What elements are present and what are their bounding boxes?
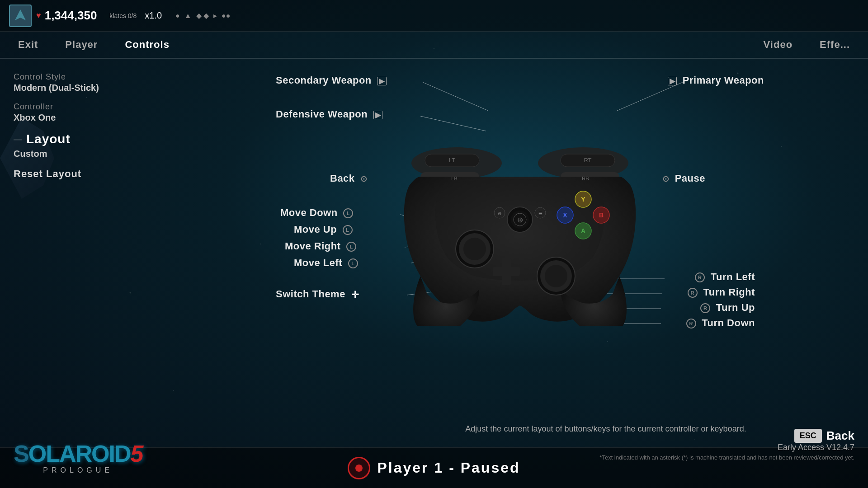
- version-info: Early Access V12.4.7 *Text indicated wit…: [599, 443, 854, 461]
- score-area: ♥ 1,344,350 klates 0/8 x1.0: [36, 9, 162, 23]
- label-secondary-weapon: Secondary Weapon ▶: [276, 75, 387, 86]
- label-switch-theme: Switch Theme ✛: [276, 288, 359, 300]
- dots-icon: ●●: [222, 12, 230, 20]
- esc-label: Back: [826, 429, 854, 443]
- nav-tab-player[interactable]: Player: [52, 34, 111, 55]
- game-logo: SOLAROID5 PROLOGUE: [14, 442, 142, 474]
- logo-sub: PROLOGUE: [14, 466, 142, 474]
- pause-indicator: [348, 457, 370, 479]
- layout-section: — Layout Custom: [14, 132, 158, 159]
- reset-layout-button[interactable]: Reset Layout: [14, 168, 158, 180]
- svg-text:⊖: ⊖: [498, 211, 501, 216]
- svg-text:B: B: [599, 211, 604, 219]
- heart-icon: ♥: [36, 11, 41, 20]
- label-move-up: Move Up L: [294, 224, 353, 235]
- svg-text:LT: LT: [449, 157, 455, 164]
- label-move-left: Move Left L: [294, 257, 358, 269]
- svg-line-3: [617, 82, 683, 111]
- control-style-value: Modern (Dual-Stick): [14, 83, 158, 93]
- svg-point-21: [463, 238, 486, 260]
- svg-line-1: [423, 82, 488, 111]
- layout-value: Custom: [14, 149, 158, 159]
- nav-tabs: Exit Player Controls Video Effe...: [0, 32, 868, 59]
- label-turn-up: R Turn Up: [700, 302, 755, 314]
- controller-label: Controller: [14, 102, 158, 112]
- svg-rect-26: [493, 267, 520, 276]
- layout-title: Layout: [26, 132, 71, 146]
- control-style-label: Control Style: [14, 72, 158, 82]
- nav-tab-exit[interactable]: Exit: [5, 34, 52, 55]
- gem-icon: ◆ ◆: [196, 11, 209, 20]
- info-text: Adjust the current layout of buttons/key…: [344, 424, 868, 434]
- version-note: *Text indicated with an asterisk (*) is …: [599, 454, 854, 461]
- svg-line-2: [420, 116, 486, 131]
- controller-area: A B Y X ⊕ ⊖ ☰ L: [271, 68, 769, 375]
- multiplier-value: x1.0: [145, 10, 162, 21]
- controller-section: Controller Xbox One: [14, 102, 158, 123]
- label-defensive-weapon: Defensive Weapon ▶: [276, 108, 382, 120]
- svg-text:X: X: [563, 211, 567, 219]
- lives-value: klates 0/8: [109, 12, 137, 19]
- svg-text:⊕: ⊕: [517, 216, 523, 224]
- svg-point-24: [545, 265, 567, 287]
- label-move-down: Move Down L: [280, 207, 353, 219]
- control-style-section: Control Style Modern (Dual-Stick): [14, 72, 158, 93]
- svg-text:Y: Y: [581, 196, 585, 203]
- controller-value: Xbox One: [14, 113, 158, 123]
- label-move-right: Move Right L: [285, 240, 356, 252]
- bullet-icon: ●: [175, 12, 180, 20]
- label-pause: ⊙ Pause: [662, 173, 705, 184]
- nav-tab-controls[interactable]: Controls: [111, 34, 183, 55]
- label-turn-right: R Turn Right: [688, 286, 755, 298]
- top-hud: ♥ 1,344,350 klates 0/8 x1.0 ● ▲ ◆ ◆ ▸ ●●: [0, 0, 868, 32]
- layout-divider: — Layout: [14, 132, 158, 146]
- logo-text: SOLAROID5: [14, 442, 142, 465]
- label-turn-down: R Turn Down: [686, 317, 755, 329]
- main-content: A B Y X ⊕ ⊖ ☰ L: [172, 59, 868, 488]
- svg-text:☰: ☰: [538, 211, 542, 216]
- shield-icon: ▲: [184, 12, 192, 20]
- player-paused-text: Player 1 - Paused: [377, 460, 520, 476]
- svg-text:RB: RB: [582, 176, 589, 181]
- arrow-icon: ▸: [213, 11, 217, 20]
- hud-icons: ● ▲ ◆ ◆ ▸ ●●: [175, 11, 230, 20]
- svg-text:LB: LB: [451, 176, 457, 181]
- controller-image: A B Y X ⊕ ⊖ ☰ L: [384, 136, 656, 326]
- svg-text:RT: RT: [584, 157, 591, 164]
- label-primary-weapon: ▶ Primary Weapon: [668, 75, 764, 86]
- sidebar: Control Style Modern (Dual-Stick) Contro…: [0, 59, 172, 193]
- svg-marker-0: [15, 9, 26, 20]
- score-value: 1,344,350: [45, 9, 97, 23]
- player-avatar: [9, 5, 32, 27]
- esc-key: ESC: [794, 429, 822, 443]
- label-turn-left: R Turn Left: [695, 271, 755, 283]
- svg-text:A: A: [581, 227, 585, 235]
- nav-tab-effects[interactable]: Effe...: [806, 34, 863, 55]
- label-back: Back ⊙: [330, 173, 368, 184]
- version-main: Early Access V12.4.7: [599, 443, 854, 452]
- nav-tab-video[interactable]: Video: [750, 34, 807, 55]
- esc-back-area[interactable]: ESC Back: [794, 429, 854, 443]
